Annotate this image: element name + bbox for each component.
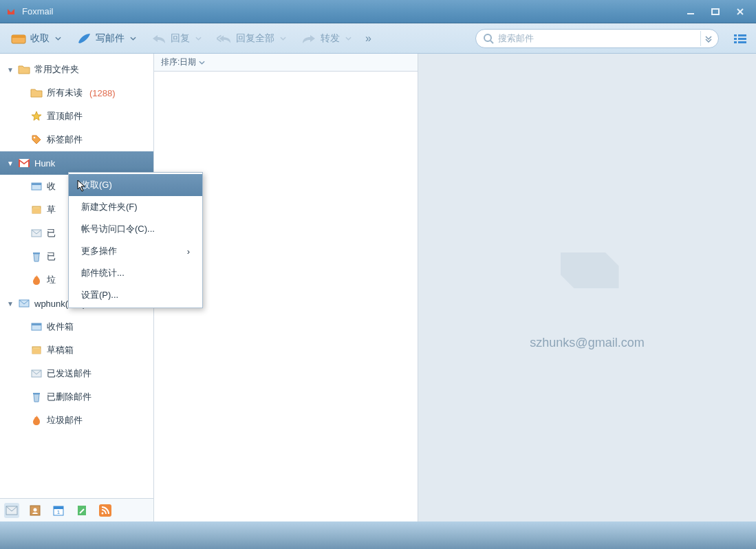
svg-point-6 [484,34,491,41]
feather-icon [76,32,91,45]
receive-button[interactable]: 收取 [6,30,67,47]
foxmail-logo [543,226,632,315]
search-box[interactable] [475,29,719,48]
tree-label: 收 [47,180,56,193]
rss-tab-icon[interactable] [98,503,113,518]
minimize-button[interactable] [683,6,698,17]
flame-icon [30,414,43,427]
chevron-right-icon: › [187,246,190,257]
title-bar: Foxmail [0,0,756,23]
ctx-label: 帐号访问口令(C)... [81,223,155,235]
svg-point-31 [34,508,37,511]
account-email: szhunks@gmail.com [530,336,644,350]
svg-rect-9 [738,34,746,36]
ctx-account-password[interactable]: 帐号访问口令(C)... [69,218,202,240]
view-toggle-button[interactable] [730,31,750,46]
close-button[interactable] [733,6,748,17]
tree-label: Hunk [34,158,55,169]
account-context-menu: 收取(G) 新建文件夹(F) 帐号访问口令(C)... 更多操作› 邮件统计..… [68,172,203,308]
forward-button[interactable]: 转发 [296,30,357,47]
tree-all-unread[interactable]: 所有未读 (1288) [0,81,153,105]
tree-inbox-2[interactable]: 收件箱 [0,315,153,338]
more-tools-button[interactable]: » [361,30,376,47]
search-icon [483,33,494,44]
tree-sent-2[interactable]: 已发送邮件 [0,362,153,385]
tree-account-hunk[interactable]: ▼ Hunk [0,151,153,175]
mail-tab-icon[interactable] [4,503,19,518]
svg-rect-13 [738,41,746,43]
compose-label: 写邮件 [96,32,125,45]
svg-rect-24 [32,323,41,325]
receive-label: 收取 [30,32,50,45]
maximize-button[interactable] [708,6,723,17]
ctx-label: 更多操作 [81,245,117,257]
footer-strip [0,521,756,549]
tree-label: 垃圾邮件 [47,414,83,427]
tree-common-folders[interactable]: ▼ 常用文件夹 [0,58,153,81]
tree-spam-2[interactable]: 垃圾邮件 [0,409,153,432]
forward-icon [301,32,316,45]
svg-rect-19 [32,208,41,213]
calendar-tab-icon[interactable]: 1 [51,503,66,518]
svg-point-37 [102,512,104,514]
search-input[interactable] [498,33,700,43]
chevron-down-icon [280,36,286,41]
reply-all-label: 回复全部 [236,32,274,45]
ctx-more-actions[interactable]: 更多操作› [69,240,202,262]
ctx-label: 邮件统计... [81,267,125,279]
tree-drafts-2[interactable]: 草稿箱 [0,338,153,362]
tree-label: 草 [47,204,56,216]
sent-icon [30,367,43,380]
chevron-down-icon [345,36,352,41]
contacts-tab-icon[interactable] [28,503,43,518]
svg-rect-28 [33,393,40,394]
folder-icon [18,63,30,76]
tree-label: 已 [47,250,56,263]
ctx-mail-stats[interactable]: 邮件统计... [69,262,202,284]
folder-icon [30,87,43,99]
ctx-receive[interactable]: 收取(G) [69,174,202,196]
flame-icon [30,274,43,286]
window-controls [683,6,748,17]
tree-trash-2[interactable]: 已删除邮件 [0,385,153,409]
svg-text:1: 1 [57,509,61,515]
svg-rect-26 [32,349,41,354]
inbox-icon [30,321,43,333]
drafts-icon [30,204,43,216]
collapse-icon: ▼ [7,160,14,167]
app-title: Foxmail [22,6,683,17]
trash-icon [30,391,43,403]
svg-rect-10 [734,38,737,40]
compose-button[interactable]: 写邮件 [71,30,142,47]
app-icon [6,6,17,17]
ctx-settings[interactable]: 设置(P)... [69,284,202,306]
svg-line-7 [490,41,493,43]
ctx-label: 新建文件夹(F) [81,201,138,213]
forward-label: 转发 [321,32,340,45]
chevron-down-icon [195,36,202,41]
ctx-label: 设置(P)... [81,289,118,301]
tree-label: 已删除邮件 [47,391,91,403]
reply-icon [151,32,166,45]
tree-pinned[interactable]: 置顶邮件 [0,105,153,128]
svg-rect-8 [734,34,737,36]
sidebar-bottom-bar: 1 [0,498,153,521]
reply-all-icon [217,32,232,45]
sort-button[interactable]: 排序:日期 [161,56,205,68]
svg-rect-12 [734,41,737,43]
tree-tagged[interactable]: 标签邮件 [0,128,153,151]
chevron-down-icon [130,36,136,41]
search-expand-button[interactable] [700,31,715,46]
preview-pane: szhunks@gmail.com [418,54,756,521]
svg-rect-21 [33,252,40,254]
unread-count: (1288) [89,88,116,98]
ctx-label: 收取(G) [81,179,112,191]
notes-tab-icon[interactable] [74,503,89,518]
reply-button[interactable]: 回复 [146,30,207,47]
ctx-new-folder[interactable]: 新建文件夹(F) [69,196,202,218]
reply-all-button[interactable]: 回复全部 [211,30,292,47]
inbox-icon [11,32,26,45]
tree-label: 草稿箱 [47,344,74,356]
trash-icon [30,250,43,263]
tree-label: 标签邮件 [47,133,83,146]
